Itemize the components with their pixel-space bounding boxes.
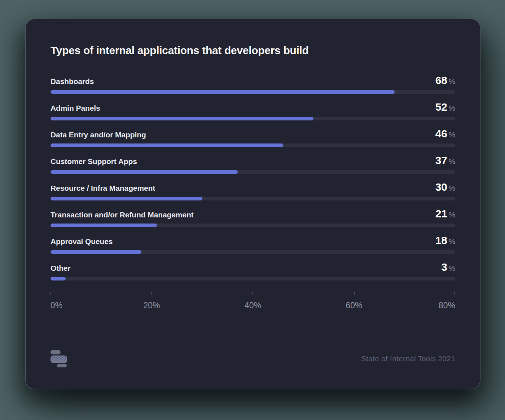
bar-fill xyxy=(50,170,238,174)
retool-logo-icon xyxy=(50,350,67,367)
row-value: 30% xyxy=(435,181,455,194)
bar-track xyxy=(50,250,455,254)
x-axis: 0% 20% 40% 60% 80% xyxy=(50,292,455,310)
row-value: 21% xyxy=(435,208,455,221)
bar-row: Data Entry and/or Mapping 46% xyxy=(50,128,455,147)
row-value: 37% xyxy=(435,155,455,167)
bar-fill xyxy=(50,197,202,200)
bar-track xyxy=(50,143,455,147)
tick-mark xyxy=(354,292,354,295)
bar-track xyxy=(50,197,455,200)
value-number: 68 xyxy=(435,74,447,86)
axis-tick: 40% xyxy=(245,292,261,310)
percent-sign: % xyxy=(449,157,455,165)
row-label: Data Entry and/or Mapping xyxy=(50,131,146,139)
percent-sign: % xyxy=(449,104,455,112)
bar-fill xyxy=(50,143,283,147)
logo-bar-top xyxy=(50,350,61,354)
chart-card: Types of internal applications that deve… xyxy=(25,19,480,389)
row-label: Approval Queues xyxy=(50,237,113,246)
percent-sign: % xyxy=(449,237,455,246)
row-label: Resource / Infra Management xyxy=(50,184,155,193)
bar-track xyxy=(50,170,455,174)
bar-row: Customer Support Apps 37% xyxy=(50,155,455,174)
percent-sign: % xyxy=(449,77,455,85)
bar-fill xyxy=(50,117,313,120)
value-number: 37 xyxy=(435,154,447,166)
bar-row: Other 3% xyxy=(50,261,455,280)
bar-fill xyxy=(50,277,66,280)
value-number: 46 xyxy=(435,128,447,140)
logo-bar-bottom xyxy=(57,364,67,367)
logo-bar-middle xyxy=(50,355,67,363)
tick-label: 40% xyxy=(245,301,261,310)
bar-track xyxy=(50,277,455,280)
value-number: 3 xyxy=(441,261,447,273)
bar-rows: Dashboards 68% Admin Panels 52% Data Ent… xyxy=(50,75,455,280)
row-value: 18% xyxy=(435,235,455,247)
axis-tick: 80% xyxy=(439,292,455,310)
percent-sign: % xyxy=(449,264,455,272)
bar-row: Resource / Infra Management 30% xyxy=(50,181,455,200)
tick-label: 60% xyxy=(346,301,362,310)
bar-track xyxy=(50,117,455,120)
row-value: 46% xyxy=(435,128,455,141)
row-value: 3% xyxy=(441,261,455,274)
chart-footer: State of Internal Tools 2021 xyxy=(50,350,455,367)
bar-track xyxy=(50,224,455,227)
bar-row: Dashboards 68% xyxy=(50,75,455,94)
tick-label: 0% xyxy=(50,301,62,310)
axis-tick: 0% xyxy=(50,292,62,310)
percent-sign: % xyxy=(449,131,455,139)
value-number: 18 xyxy=(435,234,447,246)
tick-label: 80% xyxy=(439,301,455,310)
bar-row: Transaction and/or Refund Management 21% xyxy=(50,208,455,227)
bar-fill xyxy=(50,224,157,227)
value-number: 21 xyxy=(435,208,447,220)
row-label: Admin Panels xyxy=(50,104,100,112)
value-number: 52 xyxy=(435,101,447,113)
row-label: Customer Support Apps xyxy=(50,157,137,166)
row-value: 68% xyxy=(435,75,455,87)
tick-mark xyxy=(151,292,152,295)
row-label: Other xyxy=(50,264,71,273)
bar-row: Admin Panels 52% xyxy=(50,101,455,120)
bar-fill xyxy=(50,90,395,94)
percent-sign: % xyxy=(449,211,455,219)
tick-label: 20% xyxy=(143,301,160,310)
row-label: Dashboards xyxy=(50,77,94,86)
axis-tick: 60% xyxy=(346,292,362,310)
value-number: 30 xyxy=(435,181,447,193)
row-label: Transaction and/or Refund Management xyxy=(50,211,194,219)
bar-fill xyxy=(50,250,141,254)
chart-title: Types of internal applications that deve… xyxy=(50,44,455,57)
bar-row: Approval Queues 18% xyxy=(50,235,455,254)
tick-mark xyxy=(50,292,51,295)
row-value: 52% xyxy=(435,101,455,114)
percent-sign: % xyxy=(449,184,455,192)
tick-mark xyxy=(252,292,253,295)
axis-tick: 20% xyxy=(143,292,160,310)
bar-track xyxy=(50,90,455,94)
source-text: State of Internal Tools 2021 xyxy=(361,354,455,363)
tick-mark xyxy=(454,292,455,295)
